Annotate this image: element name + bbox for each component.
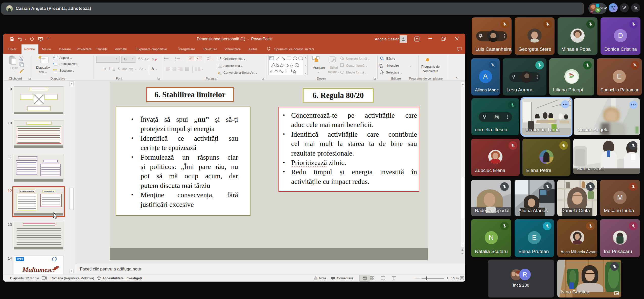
svg-text:A: A [220,57,221,60]
svg-text:A: A [613,7,615,10]
svg-text:A: A [152,57,154,61]
svg-text:3: 3 [175,60,176,61]
svg-text:ac: ac [380,66,383,68]
